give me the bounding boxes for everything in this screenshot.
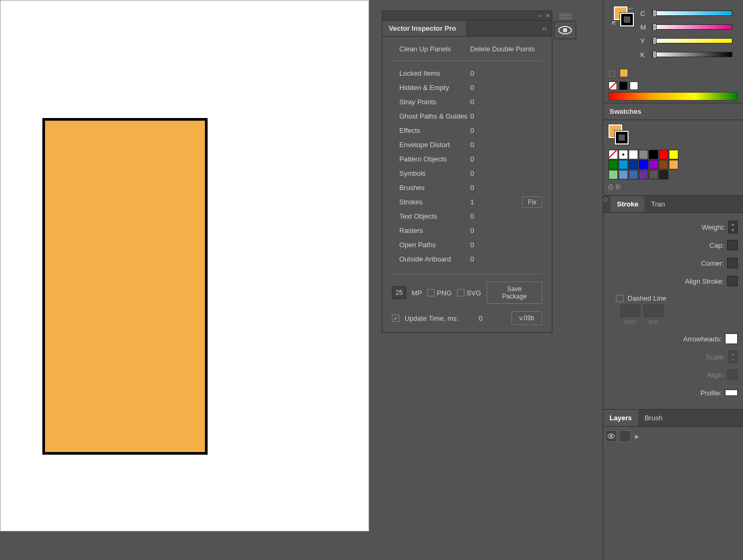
slider-handle[interactable] xyxy=(652,23,657,31)
inspector-item-value: 1 xyxy=(470,198,491,206)
color-swatch[interactable] xyxy=(669,160,678,169)
inspector-item-row[interactable]: Brushes0 xyxy=(392,180,542,195)
grip-handle[interactable] xyxy=(559,14,572,20)
inspector-item-row[interactable]: Locked Items0 xyxy=(392,66,542,80)
slider-handle[interactable] xyxy=(652,37,657,44)
color-swatch[interactable] xyxy=(639,170,648,179)
color-swatch[interactable] xyxy=(608,160,618,169)
cmyk-slider[interactable] xyxy=(652,24,732,30)
arrowhead-start-select[interactable] xyxy=(725,333,738,344)
version-button[interactable]: v.09b xyxy=(512,311,542,325)
weight-label: Weight: xyxy=(702,223,725,231)
spectrum-bar[interactable] xyxy=(608,92,738,101)
color-swatch[interactable] xyxy=(619,160,628,169)
color-swatch[interactable] xyxy=(659,170,668,179)
inspector-item-row[interactable]: Pattern Objects0 xyxy=(392,152,542,166)
color-swatch[interactable] xyxy=(639,160,648,169)
color-swatch[interactable] xyxy=(659,160,668,169)
color-swatch[interactable] xyxy=(629,150,638,159)
black-swatch[interactable] xyxy=(619,82,628,90)
slider-handle[interactable] xyxy=(652,10,657,17)
color-swatch[interactable] xyxy=(659,150,668,159)
corner-miter-button[interactable] xyxy=(727,258,738,268)
cmyk-slider[interactable] xyxy=(652,52,732,57)
align-stroke-center-button[interactable] xyxy=(727,276,738,286)
tab-layers[interactable]: Layers xyxy=(603,410,638,426)
close-icon[interactable]: ✕ xyxy=(545,13,550,19)
scale-label: Scale: xyxy=(706,353,725,361)
fill-stroke-selector[interactable]: ⤺ ◩ xyxy=(614,6,634,26)
color-swatch[interactable] xyxy=(629,160,638,169)
save-package-button[interactable]: Save Package xyxy=(487,282,543,304)
visibility-toggle-box[interactable] xyxy=(554,21,576,39)
svg-checkbox[interactable] xyxy=(457,289,464,296)
clean-up-panels-button[interactable]: Clean Up Panels xyxy=(399,45,451,53)
layer-row[interactable]: ▶ xyxy=(603,429,743,444)
inspector-item-row[interactable]: Effects0 xyxy=(392,123,542,138)
swatches-stroke-swatch[interactable] xyxy=(615,131,629,144)
tab-transparency[interactable]: Tran xyxy=(644,196,671,212)
none-swatch[interactable] xyxy=(608,150,618,159)
arrowhead-align-button[interactable] xyxy=(727,369,738,380)
weight-stepper[interactable]: ▲▼ xyxy=(728,221,738,233)
inspector-item-value: 0 xyxy=(470,212,491,220)
inspector-item-row[interactable]: Ghost Paths & Guides0 xyxy=(392,109,542,123)
inspector-item-row[interactable]: Stray Points0 xyxy=(392,95,542,109)
cap-butt-button[interactable] xyxy=(727,240,738,250)
update-time-checkbox[interactable] xyxy=(392,314,399,322)
inspector-item-row[interactable]: Envelope Distort0 xyxy=(392,138,542,152)
inspector-item-row[interactable]: Outside Artboard0 xyxy=(392,252,542,266)
arrowhead-scale-stepper[interactable]: ▲▼ xyxy=(728,350,738,363)
current-color-swatch[interactable] xyxy=(620,69,628,77)
swatch-library-icon[interactable]: ⎙ xyxy=(608,183,613,191)
stroke-swatch[interactable] xyxy=(620,13,634,26)
collapse-button[interactable]: ›› xyxy=(537,21,552,36)
inspector-item-row[interactable]: Open Paths0 xyxy=(392,238,542,252)
color-swatch[interactable] xyxy=(649,160,658,169)
inspector-item-label: Brushes xyxy=(392,184,470,192)
fix-button[interactable]: Fix xyxy=(522,196,542,208)
dash-input-1[interactable] xyxy=(620,304,640,317)
inspector-item-row[interactable]: Strokes1Fix xyxy=(392,195,542,209)
png-checkbox[interactable] xyxy=(427,289,435,296)
slider-handle[interactable] xyxy=(652,51,657,58)
inspector-item-row[interactable]: Rasters0 xyxy=(392,223,542,238)
eye-icon xyxy=(558,25,572,35)
registration-swatch[interactable] xyxy=(619,150,628,159)
default-fill-stroke-icon[interactable]: ◩ xyxy=(612,20,616,25)
swatch-menu-icon[interactable]: ⎘ xyxy=(616,183,620,191)
tab-stroke[interactable]: Stroke xyxy=(611,196,644,212)
canvas-artboard[interactable] xyxy=(0,0,369,531)
swap-fill-stroke-icon[interactable]: ⤺ xyxy=(629,5,633,12)
gap-input-1[interactable] xyxy=(643,304,664,317)
mp-value-button[interactable]: 25 xyxy=(392,286,406,299)
color-swatch[interactable] xyxy=(639,150,648,159)
inspector-item-row[interactable]: Text Objects0 xyxy=(392,209,542,223)
color-swatch[interactable] xyxy=(619,170,628,179)
rectangle-object[interactable] xyxy=(42,118,208,455)
layer-lock-toggle[interactable] xyxy=(619,430,631,442)
profile-select[interactable] xyxy=(725,390,738,396)
cmyk-slider[interactable] xyxy=(652,38,732,43)
color-swatch[interactable] xyxy=(649,150,658,159)
none-color-swatch[interactable] xyxy=(608,82,617,90)
align-stroke-label: Align Stroke: xyxy=(685,277,724,285)
cube-icon[interactable]: ⬚ xyxy=(608,69,615,77)
inspector-item-row[interactable]: Hidden & Empty0 xyxy=(392,80,542,95)
layer-expand-toggle[interactable]: ▶ xyxy=(633,433,641,439)
color-swatch[interactable] xyxy=(669,150,678,159)
collapse-double-icon[interactable]: ›› xyxy=(539,13,542,19)
inspector-item-value: 0 xyxy=(470,84,491,92)
cmyk-slider[interactable] xyxy=(652,11,732,16)
color-swatch[interactable] xyxy=(629,170,638,179)
delete-double-points-button[interactable]: Delete Double Points xyxy=(470,45,535,53)
color-swatch[interactable] xyxy=(608,170,618,179)
inspector-item-row[interactable]: Symbols0 xyxy=(392,166,542,180)
dashed-line-checkbox[interactable] xyxy=(616,295,623,302)
tab-brushes[interactable]: Brush xyxy=(638,410,669,426)
mp-label: MP xyxy=(411,289,422,297)
white-swatch[interactable] xyxy=(630,82,638,90)
color-swatch[interactable] xyxy=(649,170,658,179)
link-icon[interactable]: ◇ xyxy=(603,196,611,212)
layer-visibility-toggle[interactable] xyxy=(605,430,617,442)
